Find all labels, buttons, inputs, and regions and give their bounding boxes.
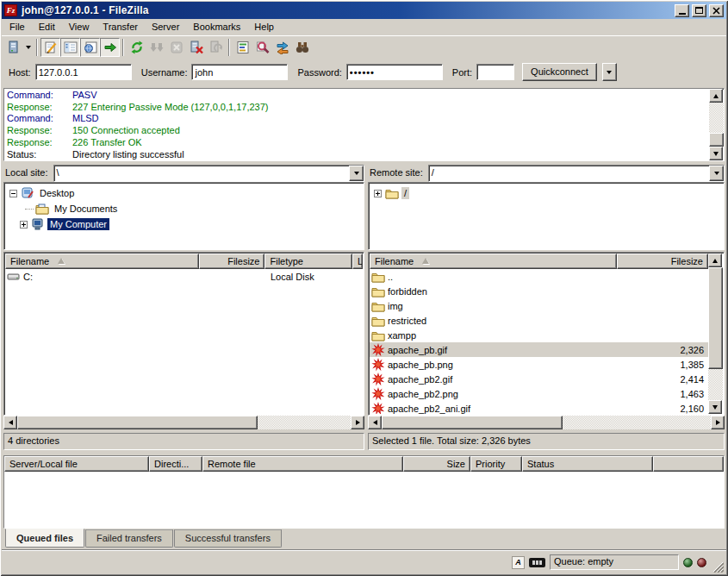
speed-limits-icon[interactable] — [529, 558, 545, 567]
quickconnect-button[interactable]: Quickconnect — [522, 63, 597, 81]
menu-view[interactable]: View — [62, 20, 96, 34]
remote-horizontal-scrollbar[interactable] — [368, 416, 725, 429]
scrollbar-track[interactable] — [709, 103, 724, 147]
file-row[interactable]: img — [370, 298, 708, 313]
scroll-left-button[interactable] — [3, 416, 17, 429]
column-header-lastmodified[interactable]: L — [352, 254, 363, 269]
toggle-transfer-queue-button[interactable] — [100, 38, 120, 57]
menu-server[interactable]: Server — [145, 20, 186, 34]
file-row-selected[interactable]: apache_pb.gif 2,326 — [370, 342, 708, 357]
ascii-data-type-icon[interactable]: A — [512, 556, 525, 569]
tree-item-desktop[interactable]: Desktop — [6, 185, 362, 201]
title-bar[interactable]: Fz john@127.0.0.1 - FileZilla — [2, 2, 726, 19]
scrollbar-track[interactable] — [382, 416, 711, 429]
toggle-local-tree-button[interactable] — [60, 38, 80, 57]
close-button[interactable] — [709, 4, 724, 17]
column-header-filesize[interactable]: Filesize — [617, 254, 708, 269]
column-header-server-local-file[interactable]: Server/Local file — [4, 456, 149, 472]
collapse-icon[interactable] — [9, 190, 17, 197]
scrollbar-track[interactable] — [17, 416, 351, 429]
column-header-priority[interactable]: Priority — [470, 456, 522, 472]
folder-icon — [371, 329, 385, 342]
scrollbar-thumb[interactable] — [382, 416, 563, 429]
message-log-content[interactable]: Command:PASV Response:227 Entering Passi… — [4, 89, 709, 160]
scroll-right-button[interactable] — [351, 416, 364, 429]
menu-help[interactable]: Help — [247, 20, 281, 34]
remote-site-combo[interactable]: / — [428, 165, 725, 182]
column-header-filetype[interactable]: Filetype — [264, 254, 352, 269]
menu-transfer[interactable]: Transfer — [96, 20, 145, 34]
file-row[interactable]: apache_pb2_ani.gif 2,160 — [370, 401, 708, 414]
username-input[interactable] — [191, 64, 288, 80]
scrollbar-thumb[interactable] — [17, 416, 258, 429]
remote-list-body[interactable]: .. forbidden img restricted — [370, 269, 708, 414]
file-row[interactable]: apache_pb.png 1,385 — [370, 357, 708, 372]
scroll-up-button[interactable] — [708, 254, 722, 267]
local-site-dropdown[interactable] — [349, 166, 364, 181]
host-input[interactable] — [35, 64, 132, 80]
file-row[interactable]: apache_pb2.gif 2,414 — [370, 372, 708, 386]
column-header-size[interactable]: Size — [403, 456, 470, 472]
column-header-status[interactable]: Status — [522, 456, 653, 472]
local-list-body[interactable]: C: Local Disk — [5, 269, 363, 414]
toggle-remote-tree-button[interactable] — [80, 38, 100, 57]
filename-filters-button[interactable] — [233, 38, 252, 57]
scroll-left-button[interactable] — [368, 416, 382, 429]
resize-grip[interactable] — [711, 560, 724, 573]
tab-queued-files[interactable]: Queued files — [5, 529, 84, 548]
tree-item-my-computer[interactable]: My Computer — [6, 216, 362, 232]
tree-item-root[interactable]: / — [370, 185, 722, 201]
file-row[interactable]: forbidden — [370, 284, 708, 298]
scroll-down-button[interactable] — [709, 147, 723, 160]
tab-failed-transfers[interactable]: Failed transfers — [85, 529, 173, 548]
scrollbar-track[interactable] — [708, 267, 723, 400]
local-site-combo[interactable]: \ — [53, 165, 364, 182]
file-row[interactable]: apache_pb2.png 1,463 — [370, 386, 708, 401]
maximize-button[interactable] — [692, 4, 706, 17]
port-input[interactable] — [476, 64, 514, 80]
find-files-button[interactable] — [292, 38, 312, 57]
menu-bookmarks[interactable]: Bookmarks — [186, 20, 247, 34]
scroll-right-button[interactable] — [711, 416, 725, 429]
file-row[interactable]: .. — [370, 269, 708, 284]
remote-vertical-scrollbar[interactable] — [708, 254, 723, 414]
site-manager-dropdown[interactable] — [23, 38, 34, 57]
quickconnect-dropdown[interactable] — [602, 63, 617, 81]
column-header-filesize[interactable]: Filesize — [199, 254, 265, 269]
tab-successful-transfers[interactable]: Successful transfers — [174, 529, 282, 548]
local-site-value[interactable]: \ — [54, 166, 349, 181]
column-header-remote-file[interactable]: Remote file — [202, 456, 403, 472]
local-horizontal-scrollbar[interactable] — [3, 416, 364, 429]
process-queue-button[interactable] — [146, 38, 166, 57]
scrollbar-thumb[interactable] — [709, 133, 724, 147]
synchronized-browsing-button[interactable] — [272, 38, 292, 57]
toggle-message-log-button[interactable] — [40, 38, 60, 57]
tree-item-my-documents[interactable]: My Documents — [6, 201, 362, 216]
scrollbar-thumb[interactable] — [708, 267, 723, 369]
refresh-button[interactable] — [127, 38, 146, 57]
reconnect-button[interactable] — [206, 38, 226, 57]
column-header-filename[interactable]: Filename — [5, 254, 199, 269]
expand-icon[interactable] — [374, 190, 382, 197]
file-row-c-drive[interactable]: C: Local Disk — [5, 269, 363, 284]
app-icon[interactable]: Fz — [4, 4, 17, 16]
log-vertical-scrollbar[interactable] — [709, 89, 724, 160]
remote-site-value[interactable]: / — [429, 166, 709, 181]
cancel-button[interactable] — [166, 38, 186, 57]
site-manager-button[interactable] — [3, 38, 23, 57]
minimize-button[interactable] — [675, 4, 689, 17]
directory-comparison-button[interactable] — [252, 38, 272, 57]
menu-edit[interactable]: Edit — [32, 20, 62, 34]
scroll-down-button[interactable] — [708, 400, 722, 414]
column-header-direction[interactable]: Directi... — [149, 456, 202, 472]
file-row[interactable]: restricted — [370, 313, 708, 328]
scroll-up-button[interactable] — [709, 89, 723, 103]
expand-icon[interactable] — [20, 221, 28, 229]
menu-file[interactable]: File — [3, 20, 32, 34]
column-header-filename[interactable]: Filename — [370, 254, 617, 269]
queue-body[interactable] — [4, 472, 724, 528]
file-row[interactable]: xampp — [370, 328, 708, 342]
disconnect-button[interactable] — [186, 38, 206, 57]
remote-site-dropdown[interactable] — [709, 166, 724, 181]
password-input[interactable] — [346, 64, 443, 80]
